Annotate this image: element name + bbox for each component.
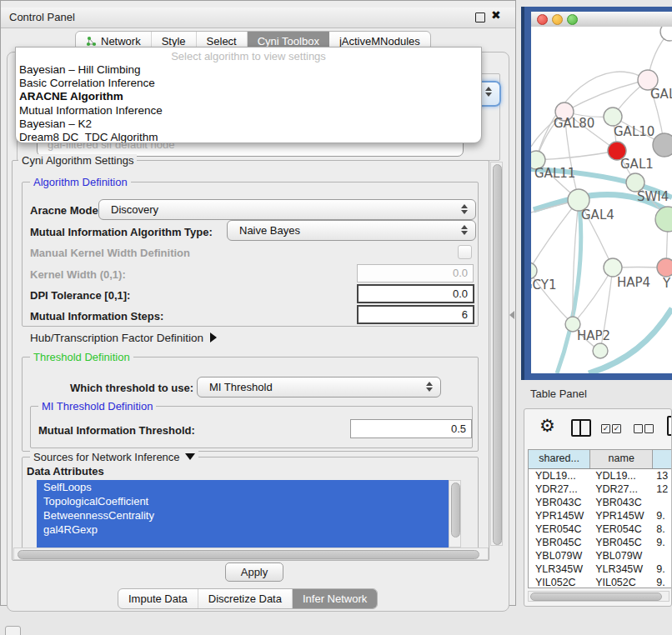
table-row[interactable]: YBR043CYBR043C (529, 496, 672, 509)
gear-icon[interactable]: ⚙ (539, 416, 555, 436)
column-header-partial[interactable] (653, 450, 672, 468)
kernel-width-label: Kernel Width (0,1): (30, 268, 126, 281)
table-cell: YLR345W (590, 562, 653, 576)
node-label: HAP2 (577, 328, 610, 343)
attribute-item-partial[interactable] (37, 537, 449, 548)
network-edge[interactable] (557, 200, 581, 373)
split-columns-icon[interactable] (571, 419, 591, 437)
combo-arrows-icon (461, 204, 468, 214)
dpi-tolerance-field[interactable]: 0.0 (357, 284, 474, 303)
network-edge[interactable] (536, 151, 617, 160)
combo-arrows-icon (426, 382, 433, 392)
table-row[interactable]: YBR045CYBR045C9. (529, 536, 672, 549)
network-edge[interactable] (564, 80, 648, 112)
checked-box-icon[interactable]: ✓ (612, 424, 621, 433)
algorithm-option[interactable]: ARACNE Algorithm (16, 90, 481, 103)
network-canvas[interactable]: GALGAL80GAL10GAL1SWI4GAL11GAL4GCY1HAP4YH… (531, 27, 672, 373)
aracne-mode-combo[interactable]: Discovery (98, 199, 476, 220)
attribute-item[interactable]: TopologicalCoefficient (37, 494, 449, 508)
data-attributes-list[interactable]: SelfLoopsTopologicalCoefficientBetweenne… (37, 480, 449, 548)
network-node[interactable] (660, 27, 672, 41)
algorithm-option[interactable]: Mutual Information Inference (16, 104, 481, 118)
control-panel-title: Control Panel (9, 8, 75, 28)
settings-horizontal-scrollbar[interactable] (13, 548, 489, 560)
node-table: shared... name YDL19...YDL19...13YDR27..… (528, 449, 672, 588)
algorithm-option[interactable]: Bayesian – Hill Climbing (16, 63, 481, 77)
table-cell: YDR27... (529, 482, 590, 496)
apply-button[interactable]: Apply (225, 562, 283, 582)
table-row[interactable]: YER054CYER054C8. (529, 522, 672, 536)
unchecked-box-icon[interactable] (644, 424, 654, 433)
table-cell: YBR043C (590, 496, 653, 509)
network-node[interactable] (653, 133, 672, 157)
combo-arrows-icon (485, 87, 492, 97)
column-header-shared-name[interactable]: shared... (529, 450, 590, 468)
network-node[interactable] (593, 343, 608, 358)
table-row[interactable]: YDL19...YDL19...13 (529, 469, 672, 482)
algorithm-list: Bayesian – Hill ClimbingBasic Correlatio… (16, 63, 481, 143)
tab-discretize-data[interactable]: Discretize Data (198, 589, 293, 608)
close-traffic-light-icon[interactable] (537, 14, 548, 25)
control-panel-titlebar[interactable]: Control Panel ✖ (1, 8, 515, 28)
table-row[interactable]: YLR345WYLR345W9. (529, 562, 672, 576)
scrollbar-thumb[interactable] (18, 550, 479, 559)
network-node[interactable] (657, 258, 672, 277)
algorithm-dropdown-prompt: Select algorithm to view settings (16, 48, 481, 63)
table-cell: YDL19... (590, 469, 653, 482)
kernel-width-field[interactable]: 0.0 (357, 264, 474, 282)
float-window-icon[interactable] (475, 12, 485, 22)
splitter-collapse-icon[interactable] (509, 311, 514, 319)
attribute-item[interactable]: BetweennessCentrality (37, 508, 449, 522)
mi-threshold-field[interactable]: 0.5 (350, 419, 472, 438)
table-row[interactable]: YIL052CYIL052C9. (529, 576, 672, 588)
column-header-name[interactable]: name (590, 450, 653, 468)
table-cell: 9. (653, 562, 672, 576)
table-cell: YDR27... (590, 482, 653, 496)
application-root: Control Panel ✖ Network Style Select Cyn… (0, 0, 672, 635)
attributes-list-scrollbar[interactable] (449, 480, 461, 548)
manual-kernel-width-checkbox[interactable] (458, 245, 472, 259)
scrollbar-thumb[interactable] (493, 164, 502, 545)
algorithm-option[interactable]: Bayesian – K2 (16, 118, 481, 131)
network-node[interactable] (531, 262, 537, 279)
table-horizontal-scrollbar[interactable] (528, 591, 669, 602)
network-node[interactable] (655, 207, 672, 232)
dpi-tolerance-label: DPI Tolerance [0,1]: (30, 289, 130, 302)
table-cell: 8. (653, 522, 672, 536)
network-window-titlebar[interactable] (531, 12, 672, 28)
network-node[interactable] (604, 108, 622, 126)
table-row[interactable]: YPR145WYPR145W9. (529, 509, 672, 522)
table-cell: YPR145W (529, 509, 590, 522)
table-row[interactable]: YBL079WYBL079W (529, 549, 672, 562)
attribute-item[interactable]: SelfLoops (37, 480, 449, 494)
checked-box-icon[interactable]: ✓ (601, 424, 610, 433)
sources-title-row[interactable]: Sources for Network Inference (30, 451, 198, 463)
unchecked-box-icon[interactable] (634, 424, 643, 433)
attribute-item[interactable]: gal4RGexp (37, 522, 449, 537)
close-icon[interactable]: ✖ (491, 8, 501, 22)
mi-steps-field[interactable]: 6 (357, 305, 474, 324)
table-row[interactable]: YDR27...YDR27...12 (529, 482, 672, 496)
scrollbar-thumb[interactable] (530, 592, 662, 601)
settings-vertical-scrollbar[interactable] (490, 162, 503, 546)
mi-algorithm-type-combo[interactable]: Naive Bayes (227, 220, 476, 241)
tab-infer-network[interactable]: Infer Network (293, 589, 377, 608)
which-threshold-combo[interactable]: MI Threshold (197, 377, 441, 398)
minimize-traffic-light-icon[interactable] (552, 14, 563, 25)
table-toolbar: ⚙ ✓ ✓ (524, 409, 672, 448)
minimized-panel-button[interactable] (5, 626, 21, 635)
table-cell: 9. (653, 509, 672, 522)
algorithm-option[interactable]: Dream8 DC_TDC Algorithm (16, 131, 481, 143)
hub-definition-expander[interactable]: Hub/Transcription Factor Definition (30, 332, 217, 344)
network-node[interactable] (604, 258, 622, 277)
zoom-traffic-light-icon[interactable] (567, 14, 578, 25)
table-rows: YDL19...YDL19...13YDR27...YDR27...12YBR0… (529, 469, 672, 588)
table-cell: 12 (653, 482, 672, 496)
aracne-mode-label: Aracne Mode: (30, 204, 102, 217)
scrollbar-thumb[interactable] (451, 482, 460, 538)
algorithm-option[interactable]: Basic Correlation Inference (16, 77, 481, 90)
which-threshold-label: Which threshold to use: (70, 382, 193, 394)
tab-impute-data[interactable]: Impute Data (118, 589, 198, 608)
document-icon[interactable] (667, 416, 672, 436)
network-graph[interactable]: GALGAL80GAL10GAL1SWI4GAL11GAL4GCY1HAP4YH… (531, 27, 672, 373)
